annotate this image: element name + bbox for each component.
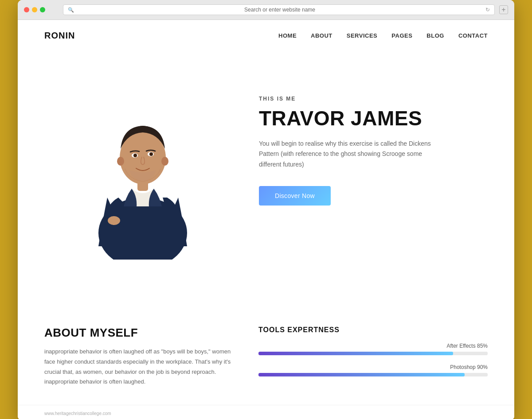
hero-title: TRAVOR JAMES <box>259 107 488 130</box>
address-bar[interactable]: 🔍 Search or enter website name ↻ <box>63 4 495 15</box>
navigation: RONIN HOME ABOUT SERVICES PAGES BLOG CON… <box>18 20 514 51</box>
footer-url: www.heritagechristiancollege.com <box>44 411 111 416</box>
close-dot[interactable] <box>24 7 29 12</box>
svg-point-2 <box>108 216 120 225</box>
hero-description: You will begin to realise why this exerc… <box>259 139 445 170</box>
skill-label-photoshop: Photoshop 90% <box>258 364 488 370</box>
minimize-dot[interactable] <box>32 7 37 12</box>
site-logo[interactable]: RONIN <box>44 31 75 41</box>
browser-dots <box>24 7 45 12</box>
add-tab-button[interactable]: + <box>499 5 508 14</box>
skill-bar-fill-photoshop <box>258 373 465 376</box>
browser-window: 🔍 Search or enter website name ↻ + RONIN… <box>18 0 514 419</box>
skill-label-after-effects: After Effects 85% <box>258 343 488 349</box>
skill-item-photoshop: Photoshop 90% <box>258 364 488 376</box>
about-section: ABOUT MYSELF inappropriate behavior is o… <box>18 299 514 405</box>
website-content: RONIN HOME ABOUT SERVICES PAGES BLOG CON… <box>18 20 514 419</box>
discover-now-button[interactable]: Discover Now <box>259 186 331 206</box>
skills-title: TOOLS EXPERTNESS <box>258 326 488 334</box>
svg-point-9 <box>133 154 137 157</box>
browser-chrome: 🔍 Search or enter website name ↻ + <box>18 0 514 20</box>
refresh-icon[interactable]: ↻ <box>485 7 490 13</box>
skills-section: TOOLS EXPERTNESS After Effects 85% Photo… <box>258 326 488 387</box>
hero-image-container <box>18 60 241 260</box>
nav-link-blog[interactable]: BLOG <box>426 32 444 39</box>
hero-text-container: THIS IS ME TRAVOR JAMES You will begin t… <box>241 60 514 223</box>
skill-bar-bg-after-effects <box>258 352 488 355</box>
nav-link-contact[interactable]: CONTACT <box>458 32 488 39</box>
search-icon: 🔍 <box>68 7 74 13</box>
skill-bar-fill-after-effects <box>258 352 453 355</box>
hero-section: THIS IS ME TRAVOR JAMES You will begin t… <box>18 51 514 299</box>
about-title: ABOUT MYSELF <box>44 326 232 340</box>
nav-link-services[interactable]: SERVICES <box>347 32 378 39</box>
address-text: Search or enter website name <box>77 7 483 13</box>
about-left: ABOUT MYSELF inappropriate behavior is o… <box>44 326 232 387</box>
maximize-dot[interactable] <box>40 7 45 12</box>
svg-point-10 <box>149 152 153 156</box>
nav-link-home[interactable]: HOME <box>278 32 297 39</box>
nav-links: HOME ABOUT SERVICES PAGES BLOG CONTACT <box>278 32 488 39</box>
hero-subtitle: THIS IS ME <box>259 96 488 102</box>
nav-link-pages[interactable]: PAGES <box>391 32 412 39</box>
skill-item-after-effects: After Effects 85% <box>258 343 488 355</box>
about-text: inappropriate behavior is often laughed … <box>44 347 232 387</box>
skill-bar-bg-photoshop <box>258 373 488 376</box>
svg-point-5 <box>117 157 124 166</box>
site-footer: www.heritagechristiancollege.com <box>18 405 514 419</box>
svg-point-6 <box>161 157 168 166</box>
nav-link-about[interactable]: ABOUT <box>311 32 332 39</box>
person-image <box>81 60 205 260</box>
